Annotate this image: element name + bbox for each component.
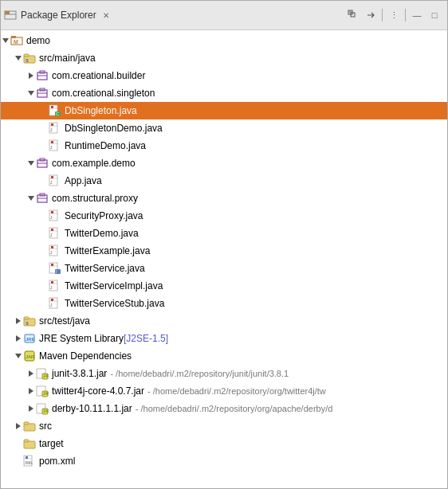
svg-rect-66 (51, 281, 53, 284)
java-icon: J (49, 297, 61, 310)
src-folder-icon: s (23, 315, 36, 327)
collapse-all-button[interactable] (345, 7, 361, 23)
item-label: Maven Dependencies (39, 350, 132, 362)
tree-item-twitter4j-jar[interactable]: JARtwitter4j-core-4.0.7.jar - /home/deba… (1, 382, 447, 400)
link-with-editor-button[interactable] (363, 7, 379, 23)
tree-item-pom-xml[interactable]: XMLpom.xml (1, 452, 447, 470)
tree-item-demo[interactable]: Mdemo (1, 32, 447, 49)
tree-item-src-folder[interactable]: src (1, 417, 447, 435)
svg-marker-79 (15, 354, 22, 358)
package-explorer-panel: Package Explorer ✕ ⋮ — □ Md (0, 0, 448, 489)
java-icon: J (49, 227, 61, 240)
close-tab-icon[interactable]: ✕ (103, 11, 109, 20)
svg-text:JAR: JAR (43, 374, 49, 378)
tree-item-DbSingleton-java[interactable]: CDbSingleton.java (1, 102, 447, 119)
svg-text:s: s (26, 57, 29, 63)
tree-item-TwitterExample-java[interactable]: JTwitterExample.java (1, 242, 447, 260)
jar-file-icon: JAR (36, 367, 49, 380)
toolbar-separator (382, 9, 383, 22)
item-label: pom.xml (39, 456, 75, 467)
svg-rect-24 (51, 106, 53, 108)
svg-rect-33 (51, 141, 53, 143)
svg-text:s: s (26, 320, 29, 326)
item-label: JRE System Library (39, 333, 124, 344)
expand-arrow[interactable] (26, 194, 36, 203)
expand-arrow[interactable] (14, 421, 23, 431)
arrow-placeholder (14, 439, 23, 448)
tree-item-com-structural-proxy[interactable]: com.structural.proxy (1, 190, 447, 207)
arrow-placeholder (39, 106, 49, 115)
svg-marker-76 (16, 335, 21, 342)
item-label: TwitterService.java (65, 263, 145, 274)
tree-item-App-java[interactable]: JApp.java (1, 172, 447, 190)
expand-arrow[interactable] (14, 53, 23, 63)
tree-item-TwitterDemo-java[interactable]: JTwitterDemo.java (1, 225, 447, 242)
titlebar-left: Package Explorer ✕ (4, 9, 109, 22)
tree-container[interactable]: Mdemossrc/main/javacom.creational.builde… (1, 30, 447, 488)
tree-item-com-creational-singleton[interactable]: com.creational.singleton (1, 84, 447, 102)
tree-item-junit-jar[interactable]: JARjunit-3.8.1.jar - /home/debadri/.m2/r… (1, 365, 447, 382)
expand-arrow[interactable] (14, 316, 23, 326)
expand-arrow[interactable] (26, 88, 36, 98)
tree-item-src-main-java[interactable]: ssrc/main/java (1, 49, 447, 67)
java-class-icon: C (49, 104, 61, 117)
svg-rect-12 (24, 54, 29, 57)
tree-item-DbSingletonDemo-java[interactable]: JDbSingletonDemo.java (1, 119, 447, 137)
item-label: DbSingletonDemo.java (65, 123, 163, 134)
arrow-placeholder (39, 141, 49, 151)
tree-item-RuntimeDemo-java[interactable]: JRuntimeDemo.java (1, 137, 447, 155)
svg-text:XML: XML (25, 460, 33, 465)
expand-arrow[interactable] (26, 369, 36, 378)
tree-item-maven-dependencies[interactable]: JARMaven Dependencies (1, 347, 447, 365)
expand-arrow[interactable] (26, 404, 36, 413)
tree-item-derby-jar[interactable]: JARderby-10.11.1.1.jar - /home/debadri/.… (1, 400, 447, 417)
arrow-placeholder (39, 211, 49, 221)
svg-marker-90 (29, 405, 33, 412)
view-menu-button[interactable]: ⋮ (386, 7, 402, 23)
tree-item-TwitterServiceStub-java[interactable]: JTwitterServiceStub.java (1, 295, 447, 312)
maximize-button[interactable]: □ (426, 7, 442, 23)
svg-text:M: M (14, 39, 18, 45)
svg-rect-96 (24, 422, 29, 424)
expand-arrow[interactable] (26, 386, 36, 396)
tree-item-com-example-demo[interactable]: com.example.demo (1, 155, 447, 172)
tree-item-com-creational-builder[interactable]: com.creational.builder (1, 67, 447, 84)
tree-item-src-test-java[interactable]: ssrc/test/java (1, 312, 447, 330)
item-label: TwitterExample.java (65, 245, 150, 256)
svg-marker-14 (29, 72, 33, 79)
item-label: derby-10.11.1.1.jar (52, 403, 132, 414)
svg-marker-72 (16, 318, 21, 324)
toolbar-separator2 (405, 9, 406, 22)
arrow-placeholder (39, 246, 49, 256)
panel-title: Package Explorer (21, 10, 96, 21)
item-label: src (39, 421, 52, 432)
tree-item-jre-system-library[interactable]: JREJRE System Library [J2SE-1.5] (1, 330, 447, 347)
svg-rect-74 (24, 317, 29, 319)
item-label: junit-3.8.1.jar (52, 368, 107, 379)
tree-item-SecurityProxy-java[interactable]: JSecurityProxy.java (1, 207, 447, 225)
svg-text:JAR: JAR (43, 392, 49, 396)
item-label: DbSingleton.java (65, 105, 137, 116)
titlebar: Package Explorer ✕ ⋮ — □ (1, 1, 447, 30)
item-label: App.java (65, 175, 102, 186)
expand-arrow[interactable] (26, 71, 36, 80)
svg-marker-35 (28, 161, 34, 166)
minimize-button[interactable]: — (409, 7, 425, 23)
svg-rect-57 (51, 246, 53, 248)
item-label: TwitterServiceStub.java (65, 298, 164, 309)
titlebar-actions: ⋮ — □ (345, 7, 442, 23)
project-icon: M (10, 34, 23, 47)
tree-item-target-folder[interactable]: target (1, 435, 447, 452)
package-icon (36, 192, 49, 205)
expand-arrow[interactable] (26, 158, 36, 168)
expand-arrow[interactable] (14, 334, 23, 343)
expand-arrow[interactable] (14, 351, 23, 361)
item-label: RuntimeDemo.java (65, 140, 146, 151)
tree-item-TwitterServiceImpl-java[interactable]: JTwitterServiceImpl.java (1, 277, 447, 295)
item-label: twitter4j-core-4.0.7.jar (52, 385, 144, 397)
arrow-placeholder (39, 264, 49, 273)
item-label: target (39, 438, 64, 449)
package-icon (36, 69, 49, 82)
expand-arrow[interactable] (1, 36, 10, 45)
tree-item-TwitterService-java[interactable]: ITwitterService.java (1, 260, 447, 277)
